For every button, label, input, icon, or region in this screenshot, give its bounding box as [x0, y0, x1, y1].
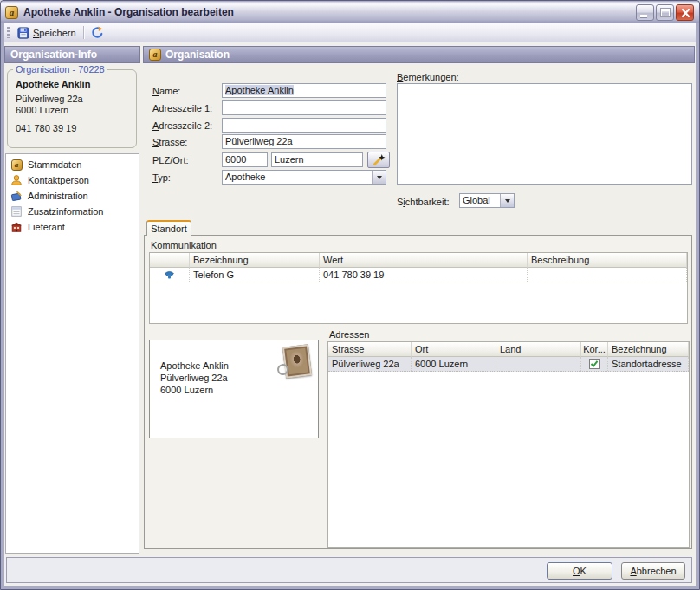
cell-wert[interactable]: 041 780 39 19: [320, 268, 528, 282]
strasse-label: Strasse:: [152, 137, 222, 147]
nav-label: Administration: [28, 191, 88, 201]
title-bar[interactable]: a Apotheke Anklin - Organisation bearbei…: [1, 1, 699, 23]
organisation-info-legend: Organisation - 70228: [13, 64, 107, 75]
bemerkungen-label: Bemerkungen:: [397, 72, 459, 82]
save-button[interactable]: Speichern: [13, 24, 81, 42]
cell-bezeichnung[interactable]: Telefon G: [190, 268, 320, 282]
table-row[interactable]: Pülverliweg 22a 6000 Luzern Standortadre…: [328, 357, 689, 372]
column-header-strasse[interactable]: Strasse: [328, 342, 412, 357]
sichtbarkeit-select[interactable]: Global: [459, 193, 515, 208]
chevron-down-icon[interactable]: [372, 171, 386, 184]
main-header: a Organisation: [143, 46, 695, 63]
sidebar-item-lieferant[interactable]: Lieferant: [6, 219, 139, 235]
envelope-line: Pülverliweg 22a: [160, 372, 229, 384]
name-value: Apotheke Anklin: [225, 85, 294, 95]
adresszeile2-row: Adresszeile 2:: [152, 118, 386, 133]
kommunikation-table-header: Bezeichnung Wert Beschreibung: [150, 253, 687, 268]
bemerkungen-textarea[interactable]: [397, 83, 692, 185]
sidebar-nav: a Stammdaten Kontaktperson Administratio…: [5, 153, 139, 554]
nav-label: Stammdaten: [28, 159, 81, 170]
column-header-bezeichnung[interactable]: Bezeichnung: [608, 342, 689, 357]
table-row[interactable]: Telefon G 041 780 39 19: [150, 268, 687, 282]
sidebar-item-zusatzinformation[interactable]: Zusatzinformation: [6, 204, 139, 219]
person-icon: [10, 174, 23, 186]
save-label: Speichern: [33, 28, 76, 38]
toolbar: Speichern: [4, 23, 696, 42]
info-organisation-name: Apotheke Anklin: [16, 79, 128, 89]
plz-lookup-button[interactable]: [367, 152, 390, 168]
wand-icon: [372, 153, 386, 166]
info-street: Pülverliweg 22a: [16, 94, 128, 105]
cell-kor: [581, 357, 608, 371]
name-label: Name:: [152, 86, 222, 96]
typ-label: Typ:: [152, 172, 222, 183]
adresszeile1-row: Adresszeile 1:: [152, 100, 386, 115]
adresszeile2-label: Adresszeile 2:: [152, 120, 222, 131]
adressen-label: Adressen: [329, 329, 369, 340]
kommunikation-label: Kommunikation: [151, 240, 217, 250]
strasse-input[interactable]: Pülverliweg 22a: [222, 134, 386, 149]
plz-ort-row: PLZ/Ort: 6000 Luzern: [152, 152, 390, 168]
ok-button[interactable]: OK: [547, 562, 612, 580]
kor-checkbox[interactable]: [589, 359, 600, 369]
cell-ort[interactable]: 6000 Luzern: [412, 357, 496, 371]
close-button[interactable]: [676, 4, 694, 21]
envelope-line: 6000 Luzern: [160, 384, 229, 396]
app-window: a Apotheke Anklin - Organisation bearbei…: [0, 0, 700, 590]
refresh-button[interactable]: [87, 24, 108, 42]
tab-standort[interactable]: Standort: [146, 220, 191, 236]
cell-bezeichnung[interactable]: Standortadresse: [608, 357, 689, 371]
toolbar-grip[interactable]: [7, 27, 10, 38]
sidebar-item-stammdaten[interactable]: a Stammdaten: [6, 157, 139, 172]
maximize-icon: [661, 9, 670, 16]
cell-strasse[interactable]: Pülverliweg 22a: [328, 357, 412, 371]
nav-label: Kontaktperson: [28, 175, 89, 185]
cell-beschreibung[interactable]: [528, 268, 687, 282]
adresszeile1-input[interactable]: [222, 100, 386, 115]
content-area: Organisation-Info Organisation - 70228 A…: [4, 43, 696, 556]
sidebar-item-administration[interactable]: Administration: [6, 188, 139, 204]
organisation-icon: a: [10, 159, 23, 171]
sidebar-header-label: Organisation-Info: [10, 49, 97, 61]
toolbar-separator: [83, 26, 84, 39]
minimize-button[interactable]: [636, 4, 654, 21]
typ-select[interactable]: Apotheke: [222, 170, 386, 185]
address-preview-envelope: Apotheke Anklin Pülverliweg 22a 6000 Luz…: [149, 340, 319, 438]
organisation-info-box: Organisation - 70228 Apotheke Anklin Pül…: [7, 69, 137, 148]
info-city: 6000 Luzern: [16, 105, 128, 116]
kommunikation-table: Bezeichnung Wert Beschreibung Telefon G: [149, 252, 688, 324]
column-header-ort[interactable]: Ort: [412, 342, 496, 357]
sidebar-item-kontaktperson[interactable]: Kontaktperson: [6, 172, 139, 188]
column-header-icon[interactable]: [150, 253, 190, 268]
organisation-icon: a: [149, 49, 161, 61]
nav-label: Lieferant: [28, 222, 65, 232]
envelope-line: Apotheke Anklin: [160, 360, 229, 372]
adresszeile1-label: Adresszeile 1:: [152, 103, 222, 113]
column-header-land[interactable]: Land: [496, 342, 581, 357]
envelope-address: Apotheke Anklin Pülverliweg 22a 6000 Luz…: [160, 360, 229, 396]
name-row: Name: Apotheke Anklin: [152, 83, 386, 98]
save-icon: [17, 27, 29, 39]
adresszeile2-input[interactable]: [222, 118, 386, 133]
maximize-button[interactable]: [656, 4, 674, 21]
column-header-beschreibung[interactable]: Beschreibung: [528, 253, 687, 268]
ort-input[interactable]: Luzern: [271, 152, 363, 167]
cell-land[interactable]: [496, 357, 581, 371]
plz-input[interactable]: 6000: [222, 152, 268, 167]
column-header-bezeichnung[interactable]: Bezeichnung: [190, 253, 320, 268]
cancel-button[interactable]: Abbrechen: [621, 562, 685, 580]
close-icon: [677, 5, 695, 22]
app-icon: a: [5, 6, 18, 19]
minimize-icon: [640, 15, 647, 17]
window-body: Speichern Organisation-Info Organisation…: [4, 23, 696, 586]
chevron-down-icon[interactable]: [500, 194, 514, 207]
main-header-label: Organisation: [165, 49, 230, 61]
name-input[interactable]: Apotheke Anklin: [222, 83, 386, 98]
standort-tab-page: Kommunikation Bezeichnung Wert Beschreib…: [144, 235, 692, 549]
row-icon-cell: [150, 268, 190, 282]
typ-row: Typ: Apotheke: [152, 170, 386, 185]
sichtbarkeit-label: Sichtbarkeit:: [397, 197, 450, 207]
column-header-wert[interactable]: Wert: [320, 253, 528, 268]
window-controls: [636, 4, 694, 21]
column-header-kor[interactable]: Kor...: [581, 342, 608, 357]
